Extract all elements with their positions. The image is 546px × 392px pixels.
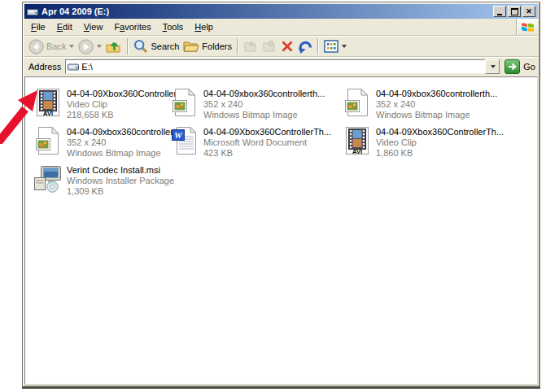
forward-dropdown-icon [97, 45, 102, 48]
file-size: 423 KB [203, 148, 331, 159]
menu-tools[interactable]: Tools [157, 20, 190, 33]
back-label: Back [46, 41, 66, 51]
go-button[interactable] [505, 59, 520, 74]
avi-file-icon: AVI [343, 126, 372, 155]
back-dropdown-icon [69, 45, 74, 48]
address-dropdown-button[interactable] [485, 59, 500, 74]
address-bar: Address E:\ Go [24, 57, 538, 76]
file-dimensions: 352 x 240 [376, 99, 497, 110]
views-button[interactable] [322, 39, 348, 54]
menu-edit[interactable]: Edit [51, 20, 78, 33]
folders-button[interactable]: Folders [181, 39, 234, 54]
file-type: Video Clip [376, 137, 504, 148]
title-bar[interactable]: Apr 04 2009 (E:) ✕ [24, 4, 538, 19]
address-value: E:\ [81, 62, 485, 72]
close-button[interactable]: ✕ [522, 6, 535, 17]
avi-file-icon: AVI W [33, 88, 63, 117]
search-button[interactable]: Search [132, 38, 181, 54]
file-type: Windows Installer Package [67, 176, 174, 186]
forward-icon [78, 39, 94, 54]
copy-to-icon [262, 40, 277, 53]
file-type: Windows Bitmap Image [376, 110, 497, 120]
menu-file[interactable]: File [25, 20, 51, 33]
views-dropdown-icon [342, 45, 347, 48]
explorer-window: Apr 04 2009 (E:) ✕ File Edit View Favori… [22, 2, 540, 387]
folders-icon [183, 40, 199, 53]
file-tile-grid: AVI W 04-04-09Xbox360ControllerKT...Vide… [25, 77, 537, 203]
file-name: 04-04-09xbox360controllerth... [203, 89, 325, 99]
undo-icon [298, 40, 312, 54]
file-size: 1,860 KB [376, 148, 504, 159]
svg-text:AVI: AVI [352, 148, 362, 155]
file-tile[interactable]: AVI W 04-04-09xbox360controllerth...352 … [170, 88, 343, 126]
file-tile[interactable]: 04-04-09xbox360controllerth...352 x 240W… [33, 126, 170, 164]
folders-label: Folders [202, 41, 232, 51]
bmp-file-icon [343, 88, 372, 117]
close-icon: ✕ [526, 8, 532, 15]
file-tile[interactable]: W 04-04-09Xbox360ControllerTh...Microsof… [170, 126, 343, 164]
minimize-icon [497, 14, 502, 15]
toolbar-separator [237, 38, 238, 54]
file-name: Verint Codec Install.msi [67, 165, 174, 176]
chevron-down-icon [491, 65, 496, 68]
file-name: 04-04-09Xbox360ControllerTh... [203, 127, 331, 137]
installer-file-icon [33, 164, 63, 194]
back-icon [28, 39, 44, 54]
address-drive-icon [68, 62, 79, 72]
up-folder-icon [106, 39, 122, 54]
file-name: 04-04-09Xbox360ControllerTh... [376, 127, 504, 137]
menu-view[interactable]: View [78, 20, 109, 33]
views-icon [324, 40, 339, 53]
maximize-icon [511, 8, 518, 15]
windows-logo-icon [516, 19, 538, 35]
maximize-button[interactable] [508, 6, 521, 17]
file-type: Windows Bitmap Image [203, 110, 325, 120]
search-icon [133, 39, 148, 54]
file-tile[interactable]: Verint Codec Install.msiWindows Installe… [33, 164, 170, 203]
go-arrow-icon [508, 63, 517, 71]
file-dimensions: 352 x 240 [203, 99, 325, 110]
delete-icon [281, 40, 294, 53]
move-to-icon [243, 40, 258, 53]
file-size: 1,309 KB [67, 186, 174, 197]
delete-button[interactable] [279, 39, 295, 54]
file-tile[interactable]: 04-04-09xbox360controllerth...352 x 240W… [343, 88, 534, 126]
file-tile[interactable]: AVI 04-04-09Xbox360ControllerTh...Video … [343, 126, 534, 164]
forward-button[interactable] [76, 38, 103, 55]
file-tile[interactable]: AVI W 04-04-09Xbox360ControllerKT...Vide… [33, 88, 170, 126]
file-type: Microsoft Word Document [203, 137, 331, 148]
menu-favorites[interactable]: Favorites [108, 20, 156, 33]
copy-to-button[interactable] [260, 39, 278, 54]
svg-text:W: W [174, 130, 183, 140]
toolbar-separator [127, 38, 129, 54]
word-file-icon: W [170, 126, 199, 155]
bmp-file-icon: AVI W [170, 88, 199, 117]
svg-text:AVI: AVI [43, 110, 53, 116]
address-input[interactable]: E:\ [65, 59, 500, 74]
file-name: 04-04-09xbox360controllerth... [376, 89, 497, 99]
drive-icon [27, 7, 38, 17]
toolbar: Back Search [24, 36, 538, 57]
up-button[interactable] [104, 38, 124, 55]
undo-button[interactable] [296, 39, 314, 54]
menu-bar: File Edit View Favorites Tools Help [24, 19, 538, 36]
back-button[interactable]: Back [27, 38, 76, 55]
move-to-button[interactable] [242, 39, 260, 54]
search-label: Search [151, 41, 179, 51]
file-list-area[interactable]: AVI W 04-04-09Xbox360ControllerKT...Vide… [24, 76, 538, 385]
menu-help[interactable]: Help [189, 20, 219, 33]
window-title: Apr 04 2009 (E:) [41, 7, 109, 16]
minimize-button[interactable] [493, 6, 506, 17]
go-label: Go [523, 62, 535, 72]
address-label: Address [28, 62, 61, 72]
bmp-file-icon [33, 126, 63, 155]
toolbar-separator [317, 38, 319, 54]
